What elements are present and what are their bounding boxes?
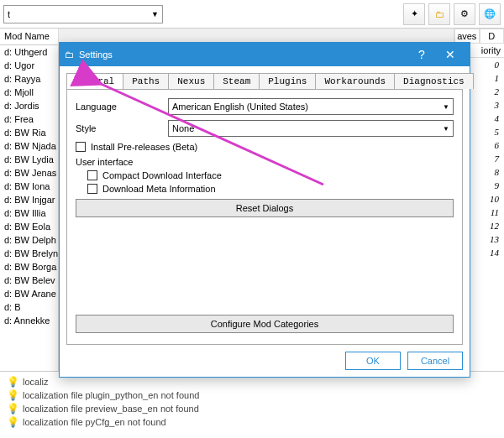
globe-icon: 🌐 (484, 8, 496, 19)
settings-dialog: 🗀 Settings ? ✕ GeneralPathsNexusSteamPlu… (59, 42, 470, 378)
gear-icon: ⚙ (460, 8, 469, 19)
style-label: Style (76, 123, 160, 133)
dialog-actions: OK Cancel (60, 345, 470, 377)
chevron-down-icon: ▼ (151, 10, 159, 18)
bulb-icon: 💡 (7, 403, 19, 415)
ok-button[interactable]: OK (345, 352, 401, 370)
checkbox-icon (87, 170, 97, 180)
bulb-icon: 💡 (7, 376, 19, 388)
checkbox-label: Install Pre-releases (Beta) (91, 142, 197, 152)
language-label: Language (76, 102, 160, 112)
list-item[interactable]: d: BW Borga (0, 260, 58, 274)
download-meta-checkbox[interactable]: Download Meta Information (87, 184, 454, 194)
button-label: Cancel (421, 356, 449, 366)
style-value: None (172, 123, 194, 133)
mod-list-column: Mod Name d: Uthgerdd: Ugord: Rayyad: Mjo… (0, 29, 59, 371)
checkbox-label: Compact Download Interface (102, 170, 222, 180)
tab-paths[interactable]: Paths (123, 73, 169, 89)
list-item[interactable]: d: Jordis (0, 99, 58, 112)
profile-combo-value: t (8, 9, 10, 19)
tab-nexus[interactable]: Nexus (168, 73, 214, 89)
profile-combo[interactable]: t ▼ (3, 5, 163, 23)
log-line: 💡localization file preview_base_en not f… (7, 402, 497, 415)
list-item[interactable]: d: BW Njada (0, 139, 58, 153)
list-item[interactable]: d: Rayya (0, 72, 58, 86)
list-item[interactable]: d: Mjoll (0, 86, 58, 99)
install-prereleases-checkbox[interactable]: Install Pre-releases (Beta) (76, 142, 454, 152)
checkbox-icon (87, 184, 97, 194)
tool-globe-button[interactable]: 🌐 (479, 3, 501, 25)
wand-icon: ✦ (411, 8, 418, 19)
mod-list-header[interactable]: Mod Name (0, 29, 58, 45)
language-value: American English (United States) (172, 102, 308, 112)
cancel-button[interactable]: Cancel (407, 352, 463, 370)
button-label: Configure Mod Categories (211, 319, 318, 329)
folder-icon: 🗀 (65, 50, 74, 60)
chevron-down-icon: ▼ (443, 125, 449, 133)
tab-strip: GeneralPathsNexusSteamPluginsWorkarounds… (66, 73, 463, 89)
log-panel: 💡localiz💡localization file plugin_python… (0, 371, 504, 438)
chevron-down-icon: ▼ (443, 103, 449, 111)
checkbox-icon (76, 142, 86, 152)
list-item[interactable]: d: BW Eola (0, 220, 58, 233)
configure-categories-button[interactable]: Configure Mod Categories (76, 315, 454, 333)
list-item[interactable]: d: BW Illia (0, 206, 58, 220)
ui-group-label: User interface (76, 157, 454, 167)
button-label: OK (366, 356, 380, 366)
list-item[interactable]: d: BW Injgar (0, 193, 58, 206)
list-item[interactable]: d: BW Brelyn (0, 247, 58, 260)
list-item[interactable]: d: BW Delph (0, 233, 58, 247)
list-item[interactable]: d: BW Arane (0, 287, 58, 300)
style-select[interactable]: None ▼ (168, 120, 454, 137)
tool-gear-button[interactable]: ⚙ (454, 3, 475, 25)
list-item[interactable]: d: BW Jenas (0, 166, 58, 180)
main-toolbar: t ▼ ✦ 🗀 ⚙ 🌐 (0, 0, 504, 29)
tab-diagnostics[interactable]: Diagnostics (394, 73, 474, 89)
log-line: 💡localization file pyCfg_en not found (7, 415, 497, 429)
tab-general[interactable]: General (66, 73, 123, 89)
reset-dialogs-button[interactable]: Reset Dialogs (76, 199, 454, 217)
checkbox-label: Download Meta Information (102, 184, 216, 194)
button-label: Reset Dialogs (236, 203, 293, 213)
dialog-title: Settings (79, 50, 407, 60)
tab-general-body: Language American English (United States… (66, 89, 463, 345)
close-button[interactable]: ✕ (436, 48, 465, 61)
list-item[interactable]: d: Uthgerd (0, 45, 58, 59)
tool-folder-button[interactable]: 🗀 (428, 3, 450, 25)
list-item[interactable]: d: Ugor (0, 59, 58, 72)
tab-workarounds[interactable]: Workarounds (315, 73, 395, 89)
bulb-icon: 💡 (7, 416, 19, 428)
folder-icon: 🗀 (435, 9, 444, 19)
log-line: 💡localization file plugin_python_en not … (7, 388, 497, 402)
dialog-titlebar[interactable]: 🗀 Settings ? ✕ (60, 43, 470, 66)
list-item[interactable]: d: BW Belev (0, 274, 58, 287)
list-item[interactable]: d: BW Lydia (0, 153, 58, 166)
list-item[interactable]: d: BW Iona (0, 180, 58, 193)
bulb-icon: 💡 (7, 389, 19, 401)
list-item[interactable]: d: Annekke (0, 314, 58, 327)
help-button[interactable]: ? (407, 48, 436, 61)
language-select[interactable]: American English (United States) ▼ (168, 98, 454, 115)
list-item[interactable]: d: BW Ria (0, 126, 58, 139)
list-item[interactable]: d: B (0, 300, 58, 314)
list-item[interactable]: d: Frea (0, 112, 58, 126)
col-header[interactable]: D (480, 29, 505, 44)
tool-wand-button[interactable]: ✦ (403, 3, 425, 25)
tab-steam[interactable]: Steam (213, 73, 260, 89)
compact-download-checkbox[interactable]: Compact Download Interface (87, 170, 454, 180)
mod-list[interactable]: d: Uthgerdd: Ugord: Rayyad: Mjolld: Jord… (0, 45, 58, 327)
tab-plugins[interactable]: Plugins (259, 73, 316, 89)
